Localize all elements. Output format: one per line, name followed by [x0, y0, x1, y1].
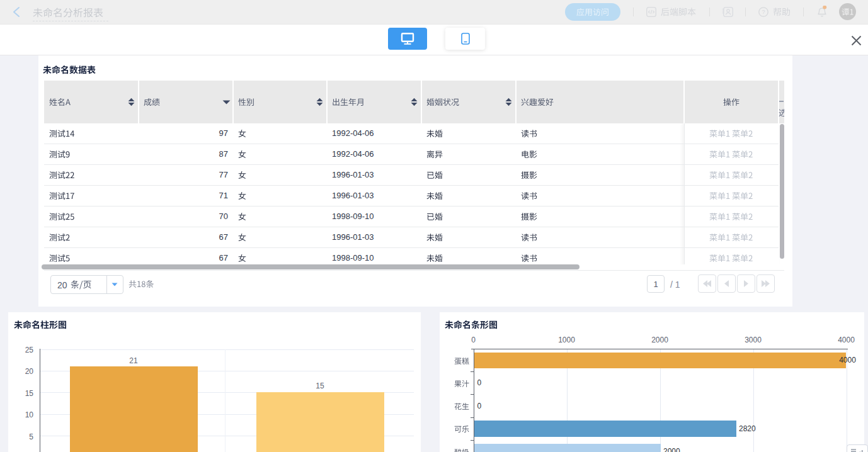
svg-text:?: ?: [762, 9, 765, 15]
